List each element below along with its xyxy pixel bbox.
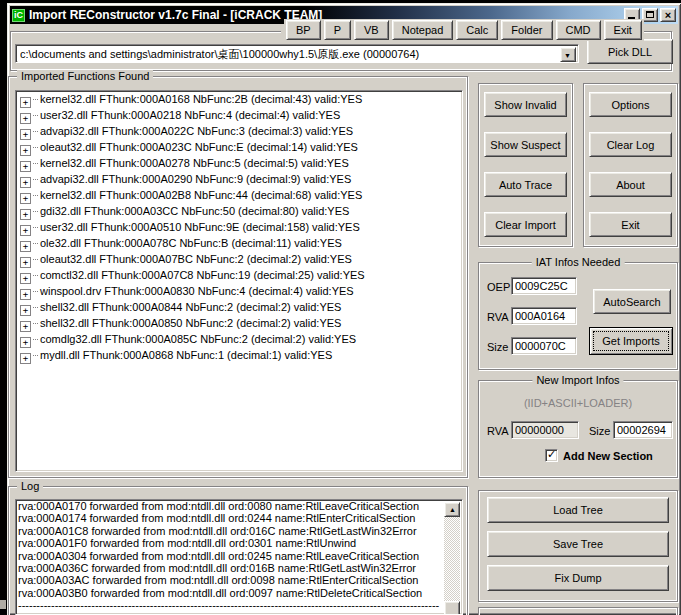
tree-connector xyxy=(33,163,38,164)
log-line: rva:000A036C forwarded from mod:ntdll.dl… xyxy=(16,562,462,574)
action-button[interactable]: Clear Log xyxy=(589,132,672,157)
import-entry-text: comdlg32.dll FThunk:000A085C NbFunc:2 (d… xyxy=(40,333,356,345)
import-entry-text: ole32.dll FThunk:000A078C NbFunc:B (deci… xyxy=(40,237,342,249)
tree-actions-group: Load TreeSave TreeFix Dump xyxy=(478,490,678,602)
add-new-section-row: ✓ Add New Section xyxy=(545,449,653,462)
pick-dll-button[interactable]: Pick DLL xyxy=(587,39,673,64)
import-entry[interactable]: +kernel32.dll FThunk:000A0168 NbFunc:2B … xyxy=(16,91,462,107)
import-entry[interactable]: +oleaut32.dll FThunk:000A023C NbFunc:E (… xyxy=(16,139,462,155)
rva-field[interactable] xyxy=(511,307,577,325)
import-entry-text: kernel32.dll FThunk:000A02B8 NbFunc:44 (… xyxy=(40,189,362,201)
iat-infos-group: IAT Infos Needed OEP RVA Size AutoSearch… xyxy=(478,262,678,370)
action-button[interactable]: Clear Import xyxy=(484,212,567,237)
import-entry[interactable]: +user32.dll FThunk:000A0510 NbFunc:9E (d… xyxy=(16,219,462,235)
rva-label: RVA xyxy=(487,311,509,323)
log-line: rva:000A01C8 forwarded from mod:ntdll.dl… xyxy=(16,525,462,537)
log-group: Log rva:000A0170 forwarded from mod:ntdl… xyxy=(8,486,468,615)
tree-connector xyxy=(33,259,38,260)
scroll-up-button[interactable]: ▲ xyxy=(444,502,460,517)
app-actions-group: OptionsClear LogAboutExit xyxy=(583,83,678,247)
oep-field[interactable] xyxy=(511,277,577,295)
log-line: rva:000A03AC forwarded from mod:ntdll.dl… xyxy=(16,574,462,586)
tree-action-button[interactable]: Load Tree xyxy=(487,497,669,523)
import-entry-text: winspool.drv FThunk:000A0830 NbFunc:4 (d… xyxy=(40,285,354,297)
import-entry[interactable]: +kernel32.dll FThunk:000A02B8 NbFunc:44 … xyxy=(16,187,462,203)
log-group-label: Log xyxy=(17,480,43,492)
tree-connector xyxy=(33,211,38,212)
add-new-section-checkbox[interactable]: ✓ xyxy=(545,449,558,462)
quicklaunch-button[interactable]: BP xyxy=(286,20,321,40)
action-button[interactable]: Auto Trace xyxy=(484,172,567,197)
quicklaunch-button[interactable]: VB xyxy=(354,20,389,40)
quicklaunch-button[interactable]: P xyxy=(324,20,351,40)
import-entry[interactable]: +oleaut32.dll FThunk:000A07BC NbFunc:2 (… xyxy=(16,251,462,267)
action-button[interactable]: Exit xyxy=(589,212,672,237)
tree-connector xyxy=(33,131,38,132)
import-entry-text: mydll.dll FThunk:000A0868 NbFunc:1 (deci… xyxy=(40,349,332,361)
quicklaunch-button[interactable]: CMD xyxy=(556,20,601,40)
log-lines: rva:000A0170 forwarded from mod:ntdll.dl… xyxy=(16,500,462,612)
action-button[interactable]: Show Invalid xyxy=(484,92,567,117)
quicklaunch-button[interactable]: Exit xyxy=(604,20,642,40)
background-artifact xyxy=(0,600,6,609)
close-button[interactable]: × xyxy=(660,8,676,22)
import-entry[interactable]: +comctl32.dll FThunk:000A07C8 NbFunc:19 … xyxy=(16,267,462,283)
import-entry-text: shell32.dll FThunk:000A0850 NbFunc:2 (de… xyxy=(40,317,341,329)
clipped-bottom-group xyxy=(478,607,678,615)
quicklaunch-button[interactable]: Notepad xyxy=(392,20,454,40)
import-entry[interactable]: +ole32.dll FThunk:000A078C NbFunc:B (dec… xyxy=(16,235,462,251)
app-window: iC Import REConstructor v1.7c Final - [i… xyxy=(7,3,681,615)
action-button[interactable]: Options xyxy=(589,92,672,117)
import-entry[interactable]: +gdi32.dll FThunk:000A03CC NbFunc:50 (de… xyxy=(16,203,462,219)
new-import-infos-group-label: New Import Infos xyxy=(532,374,623,386)
import-entry[interactable]: +advapi32.dll FThunk:000A022C NbFunc:3 (… xyxy=(16,123,462,139)
imported-functions-group-label: Imported Functions Found xyxy=(17,70,153,82)
tree-connector xyxy=(33,99,38,100)
oep-label: OEP xyxy=(487,281,510,293)
import-entry[interactable]: +mydll.dll FThunk:000A0868 NbFunc:1 (dec… xyxy=(16,347,462,363)
process-path-combobox[interactable]: ▼ xyxy=(15,44,579,63)
tree-connector xyxy=(33,147,38,148)
size-field[interactable] xyxy=(511,337,577,355)
tree-connector xyxy=(33,243,38,244)
log-scrollbar[interactable]: ▲ xyxy=(444,502,460,613)
tree-action-button[interactable]: Save Tree xyxy=(487,531,669,557)
autosearch-button[interactable]: AutoSearch xyxy=(593,289,671,314)
new-size-field[interactable] xyxy=(613,421,673,439)
new-rva-field[interactable] xyxy=(511,421,579,439)
import-entry[interactable]: +winspool.drv FThunk:000A0830 NbFunc:4 (… xyxy=(16,283,462,299)
import-entry-text: user32.dll FThunk:000A0510 NbFunc:9E (de… xyxy=(40,221,360,233)
log-line: rva:000A0304 forwarded from mod:ntdll.dl… xyxy=(16,550,462,562)
log-textarea[interactable]: rva:000A0170 forwarded from mod:ntdll.dl… xyxy=(15,499,463,615)
new-rva-label: RVA xyxy=(487,425,509,437)
imported-functions-list[interactable]: +kernel32.dll FThunk:000A0168 NbFunc:2B … xyxy=(15,90,463,472)
action-button[interactable]: About xyxy=(589,172,672,197)
process-path-input[interactable] xyxy=(18,47,562,62)
tree-action-button[interactable]: Fix Dump xyxy=(487,565,669,591)
import-entry[interactable]: +shell32.dll FThunk:000A0844 NbFunc:2 (d… xyxy=(16,299,462,315)
tree-connector xyxy=(33,115,38,116)
log-line: rva:000A0170 forwarded from mod:ntdll.dl… xyxy=(16,500,462,512)
filter-actions-group: Show InvalidShow SuspectAuto TraceClear … xyxy=(478,83,573,247)
quicklaunch-button[interactable]: Folder xyxy=(501,20,552,40)
log-line: rva:000A01F0 forwarded from mod:ntdll.dl… xyxy=(16,537,462,549)
expand-plus-icon[interactable]: + xyxy=(20,353,31,364)
import-entry-text: gdi32.dll FThunk:000A03CC NbFunc:50 (dec… xyxy=(40,205,349,217)
tree-connector xyxy=(33,339,38,340)
import-entry[interactable]: +kernel32.dll FThunk:000A0278 NbFunc:5 (… xyxy=(16,155,462,171)
tree-connector xyxy=(33,275,38,276)
imported-functions-group: Imported Functions Found +kernel32.dll F… xyxy=(8,76,468,478)
import-entry[interactable]: +advapi32.dll FThunk:000A0290 NbFunc:9 (… xyxy=(16,171,462,187)
action-button[interactable]: Show Suspect xyxy=(484,132,567,157)
tree-connector xyxy=(33,195,38,196)
maximize-button[interactable] xyxy=(642,8,658,22)
chevron-down-icon: ▼ xyxy=(564,52,571,59)
import-entry[interactable]: +shell32.dll FThunk:000A0850 NbFunc:2 (d… xyxy=(16,315,462,331)
import-entry-text: oleaut32.dll FThunk:000A023C NbFunc:E (d… xyxy=(40,141,358,153)
import-entry[interactable]: +comdlg32.dll FThunk:000A085C NbFunc:2 (… xyxy=(16,331,462,347)
scrollbar-thumb[interactable] xyxy=(444,601,460,615)
combobox-dropdown-button[interactable]: ▼ xyxy=(560,47,576,62)
quicklaunch-button[interactable]: Calc xyxy=(456,20,498,40)
get-imports-button[interactable]: Get Imports xyxy=(589,327,673,355)
import-entry[interactable]: +user32.dll FThunk:000A0218 NbFunc:4 (de… xyxy=(16,107,462,123)
